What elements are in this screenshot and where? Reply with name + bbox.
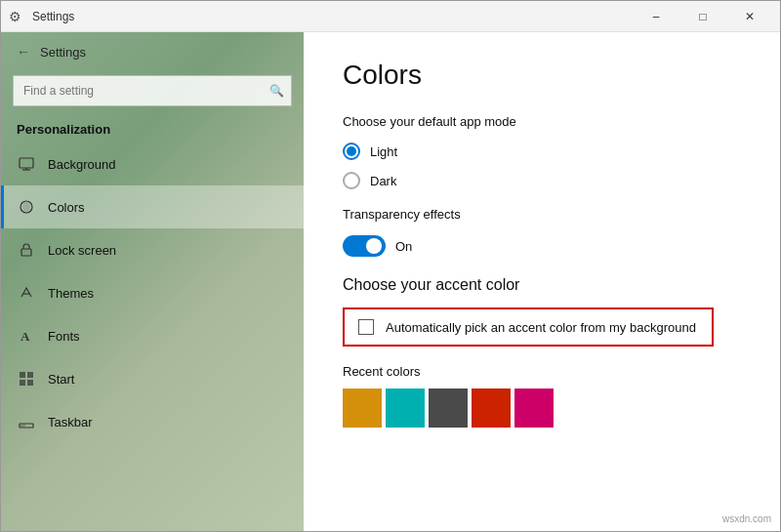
radio-light[interactable]: Light <box>343 143 741 160</box>
sidebar-item-label-start: Start <box>48 372 74 387</box>
toggle-wrap: On <box>343 235 741 257</box>
svg-rect-8 <box>27 372 33 378</box>
title-bar-controls: – □ ✕ <box>634 1 772 32</box>
themes-icon <box>17 283 36 303</box>
sidebar-section-title: Personalization <box>1 114 304 143</box>
radio-light-circle <box>343 143 360 160</box>
accent-section-title: Choose your accent color <box>343 276 741 294</box>
auto-accent-label: Automatically pick an accent color from … <box>386 320 696 335</box>
sidebar-item-label-colors: Colors <box>48 200 85 215</box>
transparency-section: Transparency effects On <box>343 207 741 257</box>
color-swatches <box>343 389 741 428</box>
svg-rect-9 <box>20 380 25 386</box>
sidebar-item-label-background: Background <box>48 157 115 172</box>
watermark: wsxdn.com <box>722 513 771 524</box>
svg-rect-10 <box>27 380 33 386</box>
sidebar-item-colors[interactable]: Colors <box>1 185 304 228</box>
lock-screen-icon <box>17 240 36 260</box>
main-content: ← Settings 🔍 Personalization Background <box>1 32 780 531</box>
radio-light-label: Light <box>370 144 397 159</box>
auto-accent-box[interactable]: Automatically pick an accent color from … <box>343 307 714 347</box>
transparency-label: Transparency effects <box>343 207 741 222</box>
search-input[interactable] <box>13 75 292 106</box>
svg-text:A: A <box>21 329 30 344</box>
title-bar: ⚙ Settings – □ ✕ <box>1 1 780 32</box>
color-swatch-3[interactable] <box>472 389 511 428</box>
content-panel: Colors Choose your default app mode Ligh… <box>304 32 780 531</box>
svg-rect-0 <box>20 158 33 168</box>
taskbar-icon <box>17 412 36 431</box>
svg-rect-7 <box>20 372 25 378</box>
sidebar-item-label-themes: Themes <box>48 286 94 301</box>
sidebar-item-themes[interactable]: Themes <box>1 271 304 314</box>
sidebar-item-label-lock-screen: Lock screen <box>48 243 116 258</box>
close-button[interactable]: ✕ <box>727 1 772 32</box>
search-box: 🔍 <box>13 75 292 106</box>
search-icon: 🔍 <box>269 84 284 98</box>
sidebar-item-label-taskbar: Taskbar <box>48 415 93 430</box>
sidebar-item-background[interactable]: Background <box>1 143 304 185</box>
sidebar-item-fonts[interactable]: A Fonts <box>1 314 304 357</box>
app-mode-label: Choose your default app mode <box>343 114 741 129</box>
sidebar-item-lock-screen[interactable]: Lock screen <box>1 228 304 271</box>
toggle-knob <box>366 238 382 254</box>
svg-rect-12 <box>21 426 25 427</box>
radio-dark[interactable]: Dark <box>343 172 741 189</box>
color-swatch-2[interactable] <box>429 389 468 428</box>
title-bar-title: Settings <box>32 10 634 23</box>
sidebar: ← Settings 🔍 Personalization Background <box>1 32 304 531</box>
back-label: Settings <box>40 45 86 60</box>
maximize-button[interactable]: □ <box>680 1 725 32</box>
radio-dark-label: Dark <box>370 174 396 188</box>
settings-window-icon: ⚙ <box>9 9 24 24</box>
color-swatch-1[interactable] <box>386 389 425 428</box>
back-arrow-icon: ← <box>17 44 30 60</box>
back-button[interactable]: ← Settings <box>1 32 304 71</box>
recent-colors-title: Recent colors <box>343 364 741 379</box>
radio-dark-circle <box>343 172 360 189</box>
toggle-state-label: On <box>395 239 412 254</box>
color-swatch-0[interactable] <box>343 389 382 428</box>
page-title: Colors <box>343 60 741 91</box>
sidebar-item-start[interactable]: Start <box>1 357 304 400</box>
minimize-button[interactable]: – <box>634 1 678 32</box>
fonts-icon: A <box>17 326 36 346</box>
sidebar-item-taskbar[interactable]: Taskbar <box>1 400 304 443</box>
start-icon <box>17 369 36 389</box>
background-icon <box>17 154 36 174</box>
svg-rect-4 <box>21 249 31 256</box>
sidebar-item-label-fonts: Fonts <box>48 329 80 344</box>
auto-accent-checkbox[interactable] <box>358 319 374 335</box>
colors-icon <box>17 197 36 217</box>
transparency-toggle[interactable] <box>343 235 386 257</box>
color-swatch-4[interactable] <box>514 389 554 428</box>
